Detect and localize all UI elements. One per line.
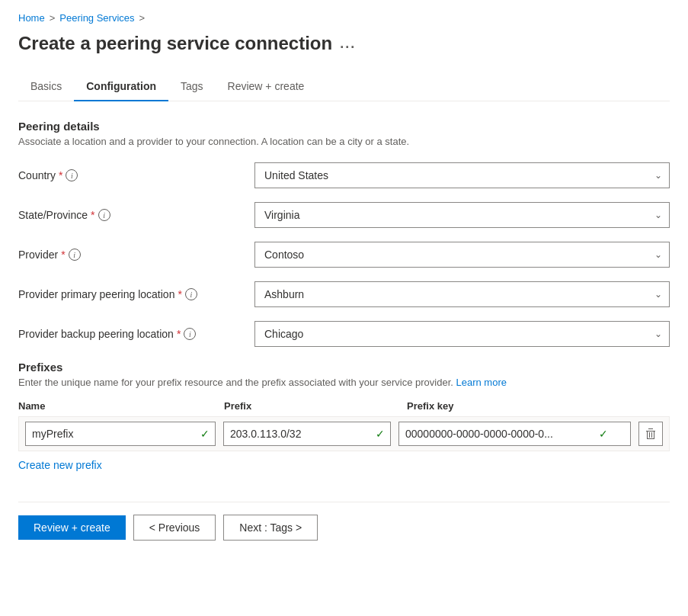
prefix-prefix-wrap: ✓ bbox=[223, 422, 391, 446]
backup-location-select[interactable]: Chicago bbox=[254, 321, 670, 347]
peering-details-desc: Associate a location and a provider to y… bbox=[18, 136, 670, 147]
next-button[interactable]: Next : Tags > bbox=[223, 515, 318, 541]
provider-select[interactable]: Contoso bbox=[254, 242, 670, 268]
primary-location-label: Provider primary peering location * i bbox=[18, 288, 254, 300]
previous-button[interactable]: < Previous bbox=[133, 515, 216, 541]
prefix-name-input[interactable] bbox=[25, 422, 216, 446]
provider-row: Provider * i Contoso ⌄ bbox=[18, 242, 670, 268]
breadcrumb-sep2: > bbox=[139, 12, 146, 24]
col-header-key: Prefix key bbox=[407, 400, 670, 412]
peering-details-section: Peering details Associate a location and… bbox=[18, 120, 670, 347]
country-select[interactable]: United States bbox=[254, 162, 670, 188]
backup-location-required: * bbox=[177, 328, 181, 340]
state-info-icon[interactable]: i bbox=[98, 209, 110, 221]
prefix-prefix-check-icon: ✓ bbox=[376, 428, 385, 440]
prefixes-section: Prefixes Enter the unique name for your … bbox=[18, 361, 670, 471]
learn-more-link[interactable]: Learn more bbox=[456, 377, 506, 388]
prefix-table-header: Name Prefix Prefix key bbox=[18, 400, 670, 412]
svg-rect-3 bbox=[654, 432, 654, 438]
breadcrumb-sep1: > bbox=[50, 12, 56, 24]
prefix-name-check-icon: ✓ bbox=[200, 428, 210, 440]
title-ellipsis: ... bbox=[340, 36, 356, 52]
primary-location-control: Ashburn ⌄ bbox=[254, 281, 670, 307]
provider-required: * bbox=[61, 249, 65, 261]
country-required: * bbox=[59, 169, 62, 181]
prefixes-title: Prefixes bbox=[18, 361, 670, 374]
primary-location-info-icon[interactable]: i bbox=[185, 288, 197, 300]
primary-location-select-wrapper: Ashburn ⌄ bbox=[254, 281, 670, 307]
backup-location-row: Provider backup peering location * i Chi… bbox=[18, 321, 670, 347]
tab-configuration[interactable]: Configuration bbox=[74, 72, 168, 101]
create-new-prefix-link-wrap: Create new prefix bbox=[18, 459, 102, 471]
prefix-prefix-input[interactable] bbox=[223, 422, 391, 446]
state-row: State/Province * i Virginia ⌄ bbox=[18, 202, 670, 228]
create-new-prefix-link[interactable]: Create new prefix bbox=[18, 459, 102, 471]
state-select-wrapper: Virginia ⌄ bbox=[254, 202, 670, 228]
provider-label: Provider * i bbox=[18, 249, 254, 261]
state-label: State/Province * i bbox=[18, 209, 254, 221]
col-header-name: Name bbox=[18, 400, 216, 412]
prefix-key-wrap: ✓ bbox=[398, 422, 631, 446]
svg-rect-2 bbox=[647, 432, 648, 438]
footer: Review + create < Previous Next : Tags > bbox=[18, 502, 670, 541]
provider-select-wrapper: Contoso ⌄ bbox=[254, 242, 670, 268]
provider-info-icon[interactable]: i bbox=[69, 249, 81, 261]
backup-location-select-wrapper: Chicago ⌄ bbox=[254, 321, 670, 347]
prefix-row: ✓ ✓ ✓ bbox=[18, 416, 670, 451]
tabs-container: Basics Configuration Tags Review + creat… bbox=[18, 72, 670, 101]
state-required: * bbox=[91, 209, 94, 221]
breadcrumb: Home > Peering Services > bbox=[18, 12, 670, 24]
svg-rect-0 bbox=[646, 431, 655, 432]
review-create-button[interactable]: Review + create bbox=[18, 515, 126, 540]
backup-location-info-icon[interactable]: i bbox=[184, 328, 196, 340]
country-label: Country * i bbox=[18, 169, 254, 181]
state-select[interactable]: Virginia bbox=[254, 202, 670, 228]
country-row: Country * i United States ⌄ bbox=[18, 162, 670, 188]
page-title: Create a peering service connection ... bbox=[18, 33, 670, 54]
backup-location-label: Provider backup peering location * i bbox=[18, 328, 254, 340]
peering-details-title: Peering details bbox=[18, 120, 670, 133]
provider-control: Contoso ⌄ bbox=[254, 242, 670, 268]
tab-tags[interactable]: Tags bbox=[168, 72, 216, 101]
primary-location-row: Provider primary peering location * i As… bbox=[18, 281, 670, 307]
prefix-key-input[interactable] bbox=[398, 422, 631, 446]
tab-basics[interactable]: Basics bbox=[18, 72, 74, 101]
primary-location-select[interactable]: Ashburn bbox=[254, 281, 670, 307]
svg-rect-4 bbox=[647, 438, 654, 439]
trash-icon bbox=[645, 428, 656, 439]
country-info-icon[interactable]: i bbox=[66, 169, 78, 181]
breadcrumb-peering-services[interactable]: Peering Services bbox=[59, 12, 134, 24]
prefixes-desc: Enter the unique name for your prefix re… bbox=[18, 377, 670, 388]
svg-rect-6 bbox=[651, 432, 652, 438]
state-control: Virginia ⌄ bbox=[254, 202, 670, 228]
prefix-delete-button[interactable] bbox=[638, 422, 663, 446]
prefix-name-wrap: ✓ bbox=[25, 422, 216, 446]
country-select-wrapper: United States ⌄ bbox=[254, 162, 670, 188]
breadcrumb-home[interactable]: Home bbox=[18, 12, 45, 24]
prefix-key-check-icon: ✓ bbox=[599, 428, 608, 440]
svg-rect-5 bbox=[649, 432, 650, 438]
svg-rect-1 bbox=[648, 428, 653, 429]
col-header-prefix: Prefix bbox=[224, 400, 399, 412]
primary-location-required: * bbox=[178, 288, 181, 300]
backup-location-control: Chicago ⌄ bbox=[254, 321, 670, 347]
tab-review-create[interactable]: Review + create bbox=[216, 72, 317, 101]
country-control: United States ⌄ bbox=[254, 162, 670, 188]
